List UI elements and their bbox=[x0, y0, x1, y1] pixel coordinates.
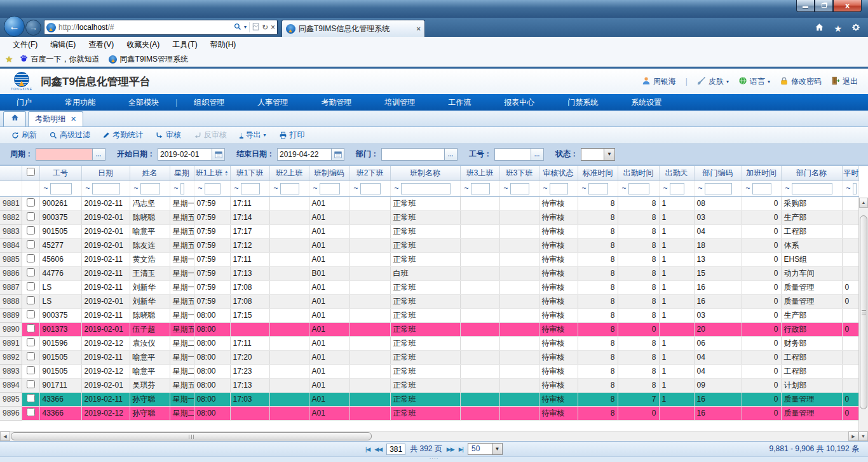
skin-menu[interactable]: 皮肤 ▾ bbox=[697, 76, 729, 87]
horizontal-scrollbar[interactable]: ◀ ▶ ▼ bbox=[0, 431, 868, 441]
nav-item-5[interactable]: 考勤管理 bbox=[304, 94, 368, 111]
column-filter-input-16[interactable] bbox=[705, 183, 732, 194]
print-button[interactable]: 打印 bbox=[273, 130, 311, 140]
window-restore-button[interactable] bbox=[815, 0, 833, 12]
tab-attendance-detail[interactable]: 考勤明细 ✕ bbox=[28, 111, 83, 126]
column-header-0[interactable]: 工号 bbox=[39, 166, 81, 180]
change-password-button[interactable]: 修改密码 bbox=[780, 76, 822, 87]
menu-item-3[interactable]: 收藏夹(A) bbox=[120, 39, 166, 50]
favorite-item-t9ims[interactable]: 同鑫T9IMS管理系统 bbox=[106, 54, 191, 65]
vertical-scrollbar-thumb[interactable] bbox=[860, 215, 867, 409]
column-header-5[interactable]: 班1下班 bbox=[230, 166, 269, 180]
column-filter-input-5[interactable] bbox=[241, 183, 260, 194]
row-checkbox[interactable] bbox=[27, 254, 35, 262]
table-row[interactable]: 9886447762019-02-11王清玉星期一07:5917:13B01白班… bbox=[0, 266, 858, 280]
column-filter-input-11[interactable] bbox=[510, 183, 529, 194]
column-header-19[interactable]: 平时加班 bbox=[842, 166, 858, 180]
table-row[interactable]: 9885456062019-02-11黄文浩星期一07:5917:11A01正常… bbox=[0, 252, 858, 266]
column-header-1[interactable]: 日期 bbox=[81, 166, 130, 180]
column-header-17[interactable]: 加班时间 bbox=[742, 166, 781, 180]
department-picker-button[interactable]: … bbox=[445, 148, 458, 161]
refresh-icon[interactable]: ↻ bbox=[262, 24, 268, 31]
prev-page-button[interactable]: ◀◀ bbox=[374, 446, 382, 452]
language-menu[interactable]: 语言 ▾ bbox=[738, 76, 770, 87]
row-checkbox[interactable] bbox=[27, 282, 35, 290]
search-icon[interactable] bbox=[234, 23, 241, 32]
window-minimize-button[interactable] bbox=[796, 0, 815, 12]
column-header-4[interactable]: 班1上班▲▼ bbox=[194, 166, 230, 180]
current-page-input[interactable] bbox=[386, 444, 405, 455]
column-header-18[interactable]: 部门名称 bbox=[781, 166, 842, 180]
audit-button[interactable]: 审核 bbox=[149, 130, 187, 140]
column-header-6[interactable]: 班2上班 bbox=[269, 166, 309, 180]
row-checkbox[interactable] bbox=[27, 296, 35, 304]
table-row[interactable]: 98909013732019-02-01伍子超星期五08:00A01正常班待审核… bbox=[0, 322, 858, 336]
column-filter-input-4[interactable] bbox=[205, 183, 220, 194]
employee-no-picker-button[interactable]: … bbox=[531, 148, 544, 161]
table-row[interactable]: 9888LS2019-02-01刘新华星期五07:5917:08A01正常班待审… bbox=[0, 294, 858, 308]
compatibility-view-icon[interactable] bbox=[252, 23, 259, 32]
favorite-item-baidu[interactable]: 百度一下，你就知道 bbox=[17, 54, 102, 65]
column-header-16[interactable]: 部门编码 bbox=[694, 166, 742, 180]
status-select[interactable] bbox=[581, 148, 604, 161]
column-filter-input-8[interactable] bbox=[360, 183, 381, 194]
column-filter-input-19[interactable] bbox=[853, 183, 857, 194]
row-checkbox[interactable] bbox=[27, 408, 35, 416]
nav-item-8[interactable]: 报表中心 bbox=[487, 94, 551, 111]
scroll-left-icon[interactable]: ◀ bbox=[0, 431, 10, 441]
refresh-button[interactable]: 刷新 bbox=[5, 130, 43, 140]
select-all-checkbox[interactable] bbox=[27, 168, 35, 176]
row-checkbox[interactable] bbox=[27, 366, 35, 374]
browser-forward-button[interactable]: → bbox=[25, 20, 41, 36]
splitter-grip[interactable]: ···· bbox=[430, 456, 439, 461]
tab-home[interactable] bbox=[3, 111, 26, 126]
url-text[interactable]: http://localhost/# bbox=[58, 23, 231, 32]
stop-icon[interactable]: × bbox=[271, 24, 275, 31]
column-filter-input-0[interactable] bbox=[50, 183, 72, 194]
row-checkbox[interactable] bbox=[27, 338, 35, 346]
column-header-7[interactable]: 班制编码 bbox=[309, 166, 349, 180]
unaudit-button[interactable]: 反审核 bbox=[187, 130, 233, 140]
menu-item-5[interactable]: 帮助(H) bbox=[204, 39, 243, 50]
column-filter-input-1[interactable] bbox=[92, 183, 120, 194]
home-icon[interactable] bbox=[815, 23, 824, 34]
column-header-11[interactable]: 班3下班 bbox=[499, 166, 539, 180]
row-checkbox[interactable] bbox=[27, 394, 35, 402]
menu-item-0[interactable]: 文件(F) bbox=[6, 39, 44, 50]
table-row[interactable]: 9887LS2019-02-11刘新华星期一07:5917:08A01正常班待审… bbox=[0, 280, 858, 294]
row-checkbox[interactable] bbox=[27, 352, 35, 360]
column-filter-input-3[interactable] bbox=[180, 183, 184, 194]
row-checkbox[interactable] bbox=[27, 268, 35, 276]
status-dropdown-icon[interactable]: ▼ bbox=[604, 148, 615, 161]
menu-item-2[interactable]: 查看(V) bbox=[82, 39, 120, 50]
nav-item-3[interactable]: 组织管理 bbox=[177, 94, 241, 111]
scroll-down-icon[interactable]: ▼ bbox=[858, 431, 868, 441]
scroll-up-icon[interactable]: ▲ bbox=[859, 198, 868, 208]
search-dropdown-icon[interactable]: ▾ bbox=[244, 25, 247, 30]
end-date-input[interactable] bbox=[277, 148, 332, 161]
tab-close-icon[interactable]: × bbox=[417, 25, 421, 32]
next-page-button[interactable]: ▶▶ bbox=[447, 446, 454, 452]
nav-item-6[interactable]: 培训管理 bbox=[368, 94, 431, 111]
current-user[interactable]: 周银海 bbox=[642, 76, 676, 87]
browser-tab[interactable]: 同鑫T9IMS信息化管理系统 × bbox=[281, 20, 425, 37]
row-checkbox[interactable] bbox=[27, 380, 35, 388]
column-filter-input-2[interactable] bbox=[140, 183, 160, 194]
chevron-down-icon[interactable]: ▾ bbox=[264, 132, 266, 138]
attendance-stats-button[interactable]: 考勤统计 bbox=[97, 130, 149, 140]
column-filter-input-9[interactable] bbox=[401, 183, 451, 194]
row-checkbox[interactable] bbox=[27, 240, 35, 248]
column-header-13[interactable]: 标准时间 bbox=[578, 166, 618, 180]
row-checkbox[interactable] bbox=[27, 324, 35, 332]
period-input[interactable] bbox=[36, 148, 93, 161]
window-close-button[interactable]: x bbox=[833, 0, 862, 12]
table-row[interactable]: 98919015962019-02-12袁汝仪星期二08:0017:11A01正… bbox=[0, 336, 858, 350]
nav-item-2[interactable]: 全部模块 bbox=[112, 94, 175, 111]
address-bar[interactable]: http://localhost/# ▾ ↻ × bbox=[44, 20, 278, 35]
nav-item-10[interactable]: 系统设置 bbox=[614, 94, 678, 111]
table-row[interactable]: 9895433662019-02-11孙守聪星期一08:0017:03A01正常… bbox=[0, 392, 858, 406]
vertical-scrollbar[interactable]: ▲ bbox=[858, 198, 868, 431]
column-filter-input-12[interactable] bbox=[550, 183, 568, 194]
last-page-button[interactable]: ▶| bbox=[459, 446, 463, 452]
column-filter-input-14[interactable] bbox=[628, 183, 649, 194]
